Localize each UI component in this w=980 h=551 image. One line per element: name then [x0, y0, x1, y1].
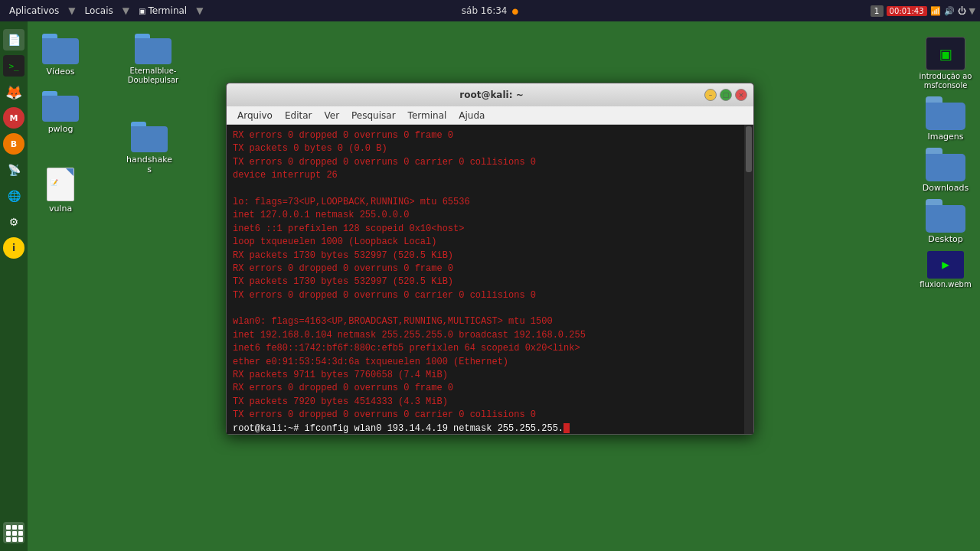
menu-terminal[interactable]: ▣ Terminal [132, 4, 193, 18]
menu-terminal[interactable]: Terminal [403, 109, 452, 122]
terminal-line [233, 183, 747, 196]
terminal-line: TX errors 0 dropped 0 overruns 0 carrier… [233, 289, 747, 302]
desktop-icon-handshakes[interactable]: handshakes [122, 119, 176, 178]
terminal-line: ether e0:91:53:54:3d:6a txqueuelen 1000 … [233, 356, 747, 369]
terminal-line: inet 127.0.0.1 netmask 255.0.0.0 [233, 209, 747, 222]
terminal-line: RX errors 0 dropped 0 overruns 0 frame 0 [233, 129, 747, 142]
icon-label-vulna: vulna [49, 204, 72, 214]
terminal-line: TX packets 1730 bytes 532997 (520.5 KiB) [233, 276, 747, 289]
icon-label-imagens: Imagens [927, 132, 963, 142]
desktop-icon-desktop[interactable]: Desktop [915, 199, 976, 244]
sidebar-left: 📄 >_ 🦊 M B 📡 🌐 ⚙️ i [0, 21, 28, 551]
desktop-icon-eternalblue[interactable]: Eternalblue-Doublepulsar [122, 31, 184, 88]
sidebar-icon-wifi[interactable]: 📡 [3, 159, 24, 181]
desktop-icon-vulna[interactable]: 📝 vulna [34, 165, 87, 217]
terminal-scrollbar[interactable] [744, 125, 753, 434]
maximize-button[interactable]: □ [720, 89, 732, 101]
cursor [564, 423, 570, 433]
terminal-titlebar: root@kali: ~ – □ × [227, 83, 753, 106]
title-controls: – □ × [704, 89, 747, 101]
icon-label-videos: Vídeos [47, 67, 75, 77]
taskbar-left: Aplicativos ▼ Locais ▼ ▣ Terminal ▼ [0, 4, 203, 18]
sidebar-icon-info[interactable]: i [3, 237, 24, 259]
terminal-content[interactable]: RX errors 0 dropped 0 overruns 0 frame 0… [227, 125, 753, 434]
close-button[interactable]: × [735, 89, 747, 101]
terminal-line: TX errors 0 dropped 0 overruns 0 carrier… [233, 156, 747, 169]
taskbar-center: sáb 16:34 ● [462, 5, 518, 16]
sidebar-icon-firefox[interactable]: 🦊 [3, 81, 24, 103]
terminal-menubar: Arquivo Editar Ver Pesquisar Terminal Aj… [227, 106, 753, 125]
icon-label-fluxion: fluxion.webm [920, 280, 971, 289]
desktop-icon-videos[interactable]: Vídeos [34, 31, 87, 80]
sidebar-icon-file[interactable]: 📄 [3, 29, 24, 51]
terminal-line: RX errors 0 dropped 0 overruns 0 frame 0 [233, 382, 747, 395]
menu-ver[interactable]: Ver [319, 109, 344, 122]
menu-aplicativos[interactable]: Aplicativos [3, 4, 65, 18]
terminal-line: device interrupt 26 [233, 169, 747, 182]
desktop-icon-pwlog[interactable]: pwlog [34, 88, 87, 137]
scrollbar-thumb[interactable] [746, 126, 752, 172]
terminal-line: TX packets 0 bytes 0 (0.0 B) [233, 142, 747, 155]
menu-pesquisar[interactable]: Pesquisar [347, 109, 400, 122]
menu-editar[interactable]: Editar [280, 109, 317, 122]
terminal-window: root@kali: ~ – □ × Arquivo Editar Ver Pe… [226, 83, 754, 435]
terminal-line: inet 192.168.0.104 netmask 255.255.255.0… [233, 329, 747, 342]
power-icon: ⏻ [958, 6, 966, 16]
terminal-line [233, 302, 747, 315]
terminal-line: RX errors 0 dropped 0 overruns 0 frame 0 [233, 262, 747, 276]
app-grid-button[interactable] [3, 522, 24, 543]
sidebar-icon-burp[interactable]: B [3, 133, 24, 155]
icon-label-pwlog: pwlog [48, 124, 74, 134]
terminal-line: RX packets 1730 bytes 532997 (520.5 KiB) [233, 249, 747, 262]
icon-label-desktop: Desktop [928, 234, 962, 244]
taskbar: Aplicativos ▼ Locais ▼ ▣ Terminal ▼ sáb … [0, 0, 980, 21]
terminal-line: lo: flags=73<UP,LOOPBACK,RUNNING> mtu 65… [233, 196, 747, 209]
terminal-title: root@kali: ~ [279, 90, 704, 100]
icon-label-downloads: Downloads [923, 183, 969, 193]
terminal-prompt: root@kali:~# ifconfig wlan0 193.14.4.19 … [233, 423, 564, 434]
terminal-line: wlan0: flags=4163<UP,BROADCAST,RUNNING,M… [233, 315, 747, 328]
sidebar-icon-terminal[interactable]: >_ [3, 55, 24, 77]
activity-dot: ● [511, 7, 518, 15]
menu-arquivo[interactable]: Arquivo [233, 109, 277, 122]
icon-label-eternalblue: Eternalblue-Doublepulsar [126, 67, 181, 85]
sidebar-right: ▣ introdução ao msfconsole Imagens Downl… [911, 29, 980, 289]
workspace-indicator: 1 [871, 5, 884, 17]
terminal-line: TX errors 0 dropped 0 overruns 0 carrier… [233, 409, 747, 422]
sidebar-icon-settings[interactable]: ⚙️ [3, 211, 24, 233]
terminal-line: TX packets 7920 bytes 4514333 (4.3 MiB) [233, 396, 747, 409]
terminal-line: inet6 fe80::1742:bf6f:880c:efb5 prefixle… [233, 342, 747, 355]
minimize-button[interactable]: – [704, 89, 717, 101]
desktop-icon-downloads[interactable]: Downloads [915, 148, 976, 193]
terminal-line: RX packets 9711 bytes 7760658 (7.4 MiB) [233, 369, 747, 382]
desktop-icon-intro-msf[interactable]: ▣ introdução ao msfconsole [915, 37, 976, 90]
desktop-icon-fluxion[interactable]: ▶ fluxion.webm [915, 251, 976, 289]
icon-label-handshakes: handshakes [126, 155, 173, 174]
datetime: sáb 16:34 [462, 5, 508, 16]
terminal-command-line: root@kali:~# ifconfig wlan0 193.14.4.19 … [233, 422, 747, 434]
sidebar-icon-msf[interactable]: M [3, 107, 24, 129]
terminal-line: inet6 ::1 prefixlen 128 scopeid 0x10<hos… [233, 223, 747, 236]
sidebar-icon-network[interactable]: 🌐 [3, 185, 24, 207]
volume-icon: 🔊 [944, 6, 955, 16]
icon-label-intro-msf: introdução ao msfconsole [915, 72, 976, 90]
menu-ajuda[interactable]: Ajuda [454, 109, 489, 122]
terminal-line: loop txqueuelen 1000 (Loopback Local) [233, 236, 747, 249]
battery-timer: 00:01:43 [887, 6, 927, 16]
taskbar-right: 1 00:01:43 📶 🔊 ⏻ ▼ [871, 5, 980, 17]
wifi-icon: 📶 [930, 6, 941, 16]
desktop-icon-imagens[interactable]: Imagens [915, 96, 976, 142]
menu-locais[interactable]: Locais [78, 4, 119, 18]
